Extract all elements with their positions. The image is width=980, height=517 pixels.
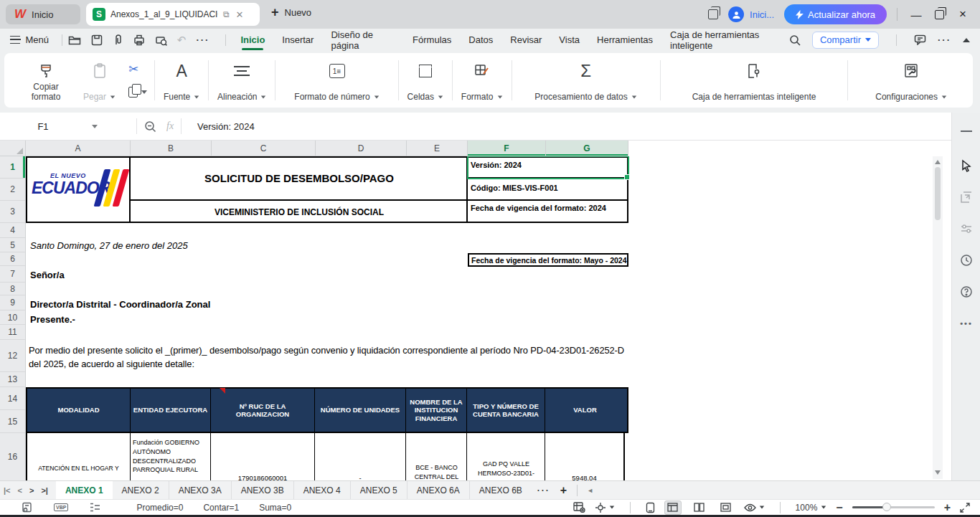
table-header-valor[interactable]: VALOR bbox=[545, 389, 625, 432]
print-icon[interactable] bbox=[133, 34, 145, 46]
restore-button[interactable] bbox=[935, 10, 944, 19]
avatar[interactable] bbox=[728, 6, 744, 22]
format-menu[interactable]: Formato bbox=[454, 57, 510, 103]
close-window-button[interactable]: × bbox=[954, 7, 971, 22]
tab-formulas[interactable]: Fórmulas bbox=[413, 30, 451, 49]
zoom-slider[interactable] bbox=[852, 506, 935, 508]
page-break-view-button[interactable] bbox=[717, 501, 735, 515]
cell-f3-vigencia[interactable]: Fecha de vigencia del formato: 2024 bbox=[468, 202, 628, 214]
cell-f6-vigencia-mayo[interactable]: Fecha de vigencia del formato: Mayo - 20… bbox=[468, 253, 628, 267]
number-format-menu[interactable]: 1≡ Formato de número bbox=[277, 57, 396, 103]
row-header-11[interactable]: 11 bbox=[0, 325, 25, 340]
sheet-tab-anexo-3b[interactable]: ANEXO 3B bbox=[232, 481, 294, 500]
more-sheets-icon[interactable]: ··· bbox=[532, 485, 556, 495]
comment-icon[interactable] bbox=[914, 34, 926, 45]
vertical-scroll-thumb[interactable] bbox=[935, 167, 941, 220]
mobile-view-icon[interactable] bbox=[646, 502, 655, 513]
outline-icon[interactable] bbox=[90, 503, 100, 512]
settings-menu[interactable]: Configuraciones bbox=[849, 57, 973, 103]
row-header-8[interactable]: 8 bbox=[0, 283, 25, 295]
column-header-b[interactable]: B bbox=[131, 141, 212, 156]
row-header-4[interactable]: 4 bbox=[0, 223, 25, 238]
zoom-formula-icon[interactable] bbox=[144, 120, 156, 133]
row-header-13[interactable]: 13 bbox=[0, 372, 25, 387]
document-tab[interactable]: S Anexos_1_al_9_LIQUIDACIONE ⧉ ✕ bbox=[86, 3, 260, 26]
sheet-tab-anexo-6b[interactable]: ANEXO 6B bbox=[470, 481, 532, 500]
zoom-out-button[interactable]: − bbox=[836, 501, 842, 514]
cell-e16-institucion[interactable]: BCE - BANCO CENTRAL DEL bbox=[406, 433, 467, 480]
close-tab-icon[interactable]: ✕ bbox=[236, 9, 244, 20]
vba-icon[interactable]: VBP bbox=[54, 503, 68, 511]
column-header-e[interactable]: E bbox=[407, 141, 468, 156]
cell-b16-entidad[interactable]: Fundación GOBIERNO AUTÓNOMO DESCENTRALIZ… bbox=[131, 433, 211, 480]
smart-toolbox-button[interactable]: Caja de herramientas inteligente bbox=[662, 57, 847, 103]
more-options-icon[interactable]: ··· bbox=[938, 34, 951, 45]
table-header-unidades[interactable]: NÚMERO DE UNIDADES bbox=[315, 389, 406, 432]
copy-format-button[interactable]: Copiar formato bbox=[4, 57, 76, 103]
sheet-content[interactable]: SOLICITUD DE DESEMBOLSO/PAGO VICEMINISTE… bbox=[26, 156, 931, 480]
scroll-down-icon[interactable] bbox=[935, 470, 941, 475]
cell-f16-cuenta[interactable]: GAD PQ VALLE HERMOSO-23D01- bbox=[467, 433, 545, 480]
cell-addressee[interactable]: Director/a Distrital - Coordinador/a Zon… bbox=[30, 299, 210, 310]
fx-icon[interactable]: fx bbox=[166, 120, 174, 132]
column-header-d[interactable]: D bbox=[316, 141, 407, 156]
window-stack-icon[interactable] bbox=[708, 9, 718, 19]
font-menu[interactable]: A Fuente bbox=[156, 57, 207, 103]
sheet-tab-anexo-4[interactable]: ANEXO 4 bbox=[294, 481, 351, 500]
cursor-select-icon[interactable] bbox=[952, 151, 980, 180]
open-folder-icon[interactable] bbox=[68, 34, 81, 46]
copy-button[interactable] bbox=[128, 87, 147, 98]
alignment-menu[interactable]: Alineación bbox=[210, 57, 273, 103]
table-header-cuenta[interactable]: TIPO Y NÚMERO DE CUENTA BANCARIA bbox=[467, 389, 545, 432]
cell-g16-valor[interactable]: 5948.04 bbox=[545, 433, 625, 480]
formula-input[interactable]: Versión: 2024 bbox=[197, 121, 255, 132]
sheet-tab-anexo-6a[interactable]: ANEXO 6A bbox=[407, 481, 470, 500]
name-box[interactable]: F1 bbox=[6, 116, 129, 137]
row-header-1[interactable]: 1 bbox=[0, 156, 25, 179]
table-header-entidad[interactable]: ENTIDAD EJECUTORA bbox=[131, 389, 211, 432]
search-icon[interactable] bbox=[789, 34, 801, 46]
cell-body-paragraph[interactable]: Por medio del presente solicito el _(pri… bbox=[29, 343, 630, 371]
row-header-12[interactable]: 12 bbox=[0, 340, 25, 372]
more-icon[interactable]: ··· bbox=[196, 34, 209, 45]
row-header-6[interactable]: 6 bbox=[0, 252, 25, 266]
collapse-panel-icon[interactable] bbox=[952, 117, 980, 146]
tab-vista[interactable]: Vista bbox=[559, 30, 580, 49]
row-header-14[interactable]: 14 bbox=[0, 387, 25, 410]
row-header-15[interactable]: 15 bbox=[0, 410, 25, 433]
pin-icon[interactable] bbox=[113, 34, 123, 46]
account-label[interactable]: Inici... bbox=[750, 9, 774, 20]
update-now-button[interactable]: Actualizar ahora bbox=[784, 4, 887, 24]
vertical-scrollbar[interactable] bbox=[933, 156, 943, 479]
row-header-7[interactable]: 7 bbox=[0, 266, 25, 283]
cell-d16-unidades[interactable]: - bbox=[315, 433, 406, 480]
row-header-2[interactable]: 2 bbox=[0, 179, 25, 201]
new-tab-button[interactable]: + Nuevo bbox=[271, 6, 311, 19]
sheet-tab-anexo-1[interactable]: ANEXO 1 bbox=[56, 481, 113, 500]
fit-selection-button[interactable] bbox=[595, 502, 615, 513]
row-header-5[interactable]: 5 bbox=[0, 238, 25, 252]
share-button[interactable]: Compartir bbox=[812, 32, 879, 49]
cell-a16-modalidad[interactable]: ATENCIÓN EN EL HOGAR Y bbox=[27, 433, 131, 480]
first-sheet-icon[interactable]: |< bbox=[0, 486, 14, 495]
print-preview-icon[interactable] bbox=[155, 34, 167, 46]
row-header-9[interactable]: 9 bbox=[0, 295, 25, 310]
row-header-10[interactable]: 10 bbox=[0, 310, 25, 325]
table-header-institucion[interactable]: NOMBRE DE LA INSTITUCION FINANCIERA bbox=[406, 389, 467, 432]
macro-record-icon[interactable] bbox=[22, 502, 32, 513]
column-header-c[interactable]: C bbox=[212, 141, 316, 156]
column-header-g[interactable]: G bbox=[546, 141, 628, 156]
adjustments-icon[interactable] bbox=[952, 214, 980, 243]
last-sheet-icon[interactable]: >| bbox=[37, 486, 52, 495]
data-processing-menu[interactable]: Σ Procesamiento de datos bbox=[513, 57, 658, 103]
cell-presente[interactable]: Presente.- bbox=[30, 314, 75, 325]
tab-revisar[interactable]: Revisar bbox=[510, 30, 542, 49]
cell-f2-codigo[interactable]: Código: MIES-VIS-F001 bbox=[468, 182, 628, 194]
row-header-16[interactable]: 16 bbox=[0, 433, 25, 480]
scroll-up-icon[interactable] bbox=[935, 160, 941, 164]
tab-herramientas[interactable]: Herramientas bbox=[597, 30, 653, 49]
reading-mode-button[interactable] bbox=[744, 503, 765, 512]
zoom-level-button[interactable]: 100% bbox=[796, 503, 827, 513]
next-sheet-icon[interactable]: > bbox=[26, 486, 37, 495]
history-icon[interactable] bbox=[952, 246, 980, 275]
